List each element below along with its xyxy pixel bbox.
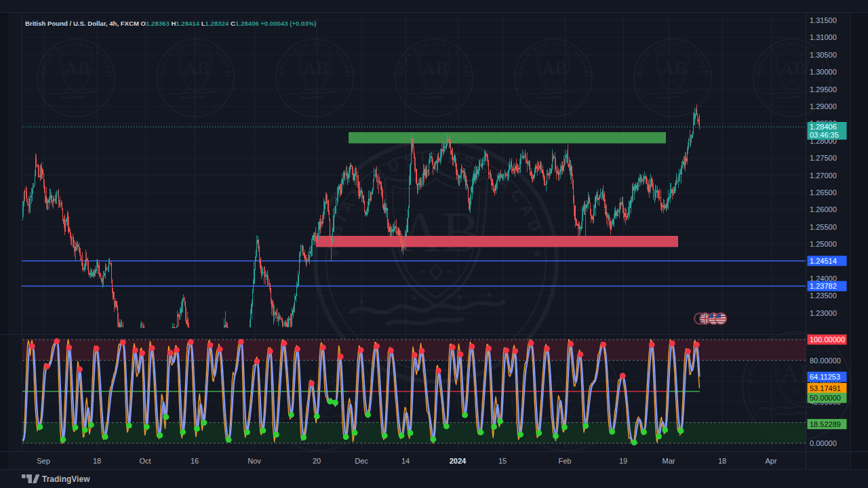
svg-text:20: 20 [313, 457, 321, 465]
svg-text:1.23500: 1.23500 [810, 291, 837, 300]
svg-text:50.00000: 50.00000 [810, 394, 841, 402]
svg-text:1.25500: 1.25500 [810, 223, 837, 231]
svg-text:1.29000: 1.29000 [810, 102, 837, 110]
svg-text:15: 15 [498, 457, 507, 465]
svg-text:Nov: Nov [248, 457, 261, 465]
svg-text:16: 16 [191, 457, 199, 465]
svg-text:TradingView: TradingView [42, 474, 90, 484]
svg-text:03:46:35: 03:46:35 [810, 131, 839, 139]
svg-text:1.31500: 1.31500 [810, 16, 837, 24]
svg-text:1.27000: 1.27000 [810, 171, 837, 180]
svg-text:Apr: Apr [765, 457, 776, 465]
svg-text:2024: 2024 [450, 457, 467, 465]
svg-text:British Pound / U.S. Dollar, 4: British Pound / U.S. Dollar, 4h, FXCM O1… [25, 20, 316, 27]
svg-text:1.25000: 1.25000 [810, 240, 837, 248]
svg-text:1.31000: 1.31000 [810, 33, 837, 41]
svg-text:1.26500: 1.26500 [810, 188, 837, 197]
svg-text:0.00000: 0.00000 [810, 439, 837, 447]
svg-text:1.30000: 1.30000 [810, 68, 837, 76]
svg-text:80.00000: 80.00000 [810, 357, 841, 365]
svg-text:Dec: Dec [355, 457, 368, 465]
svg-text:Oct: Oct [139, 457, 151, 465]
svg-text:53.17491: 53.17491 [810, 384, 841, 392]
svg-text:1.24514: 1.24514 [810, 257, 837, 265]
svg-text:100.00000: 100.00000 [810, 336, 845, 344]
svg-text:1.23000: 1.23000 [810, 309, 837, 317]
svg-text:Feb: Feb [559, 457, 572, 465]
svg-text:18: 18 [93, 457, 101, 465]
svg-text:64.11253: 64.11253 [810, 373, 840, 381]
svg-text:Mar: Mar [663, 457, 675, 465]
svg-text:1.29500: 1.29500 [810, 85, 837, 94]
svg-text:19: 19 [619, 457, 627, 465]
svg-text:Sep: Sep [37, 457, 50, 465]
svg-text:1.27500: 1.27500 [810, 154, 837, 162]
svg-text:14: 14 [401, 457, 410, 465]
svg-text:1.23782: 1.23782 [810, 282, 837, 290]
svg-text:18: 18 [718, 457, 726, 465]
svg-text:1.26000: 1.26000 [810, 205, 837, 214]
svg-text:18.52289: 18.52289 [810, 420, 841, 428]
svg-text:1.30500: 1.30500 [810, 51, 837, 59]
svg-text:1.28406: 1.28406 [810, 123, 837, 131]
